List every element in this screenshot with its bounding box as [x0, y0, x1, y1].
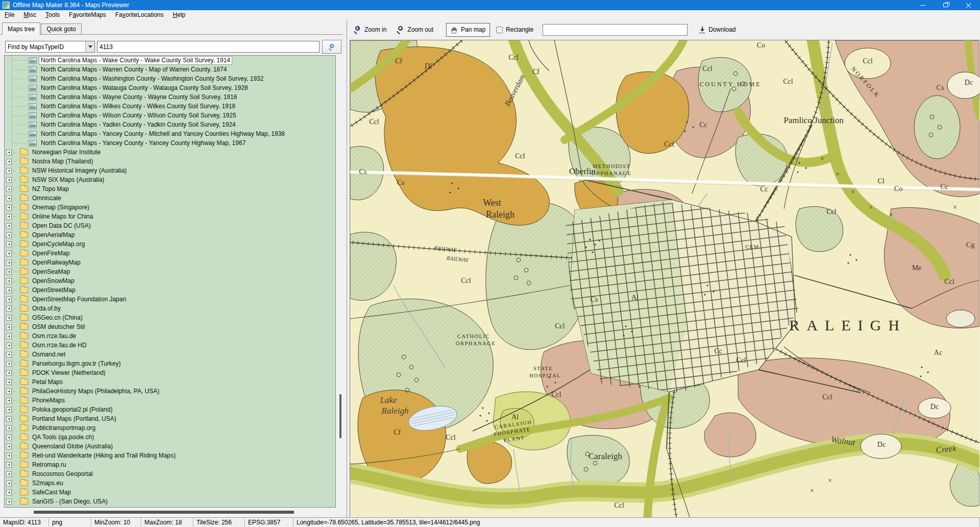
- restore-button[interactable]: [934, 0, 957, 10]
- tree-folder[interactable]: Petal Maps: [5, 377, 335, 387]
- tree-item-map[interactable]: North Carolina Maps - Washington County …: [5, 74, 335, 83]
- menu-misc[interactable]: Misc: [19, 11, 41, 19]
- tree-folder[interactable]: Nostra Map (Thailand): [5, 157, 335, 166]
- expand-plus-icon[interactable]: [6, 471, 12, 477]
- expand-plus-icon[interactable]: [6, 150, 12, 155]
- tree-folder[interactable]: Osm.rrze.fau.de: [5, 331, 335, 341]
- expand-plus-icon[interactable]: [6, 370, 12, 376]
- toolbar-input[interactable]: [543, 24, 688, 36]
- tree-folder[interactable]: PhilaGeoHistory Maps (Philadelphia, PA, …: [5, 387, 335, 396]
- combobox-dropdown-button[interactable]: [85, 41, 94, 52]
- vertical-scrollbar-thumb[interactable]: [339, 394, 341, 438]
- zoom-out-button[interactable]: - Zoom out: [393, 23, 437, 36]
- expand-plus-icon[interactable]: [6, 416, 12, 422]
- tree-item-map[interactable]: North Carolina Maps - Wayne County - Way…: [5, 92, 335, 102]
- expand-plus-icon[interactable]: [6, 260, 12, 266]
- close-button[interactable]: [957, 0, 980, 10]
- minimize-button[interactable]: [911, 0, 934, 10]
- expand-plus-icon[interactable]: [6, 499, 12, 505]
- tree-folder[interactable]: PDOK Viewer (Netherland): [5, 368, 335, 377]
- tree-folder[interactable]: OSGeo.cn (China): [5, 313, 335, 322]
- tree-folder[interactable]: NSW SIX Maps (Australia): [5, 175, 335, 184]
- tree-folder[interactable]: Roscosmos Geoportal: [5, 469, 335, 478]
- expand-plus-icon[interactable]: [6, 435, 12, 440]
- tree-folder[interactable]: OpenCycleMap.org: [5, 239, 335, 249]
- tree-item-map[interactable]: North Carolina Maps - Yadkin County - Ya…: [5, 120, 335, 129]
- tree-item-map[interactable]: North Carolina Maps - Warren County - Ma…: [5, 65, 335, 74]
- expand-plus-icon[interactable]: [6, 398, 12, 403]
- tree-folder[interactable]: Parselsorgu.tkgm.gov.tr (Turkey): [5, 359, 335, 368]
- tree-folder[interactable]: Onemap (Singapore): [5, 203, 335, 212]
- expand-plus-icon[interactable]: [6, 205, 12, 210]
- tree-folder[interactable]: Omniscale: [5, 194, 335, 203]
- tab-maps-tree[interactable]: Maps tree: [2, 22, 40, 35]
- expand-plus-icon[interactable]: [6, 223, 12, 229]
- tree-folder[interactable]: OpenFireMap: [5, 249, 335, 258]
- expand-plus-icon[interactable]: [6, 186, 12, 192]
- pan-map-button[interactable]: Pan map: [446, 23, 490, 37]
- tree-folder[interactable]: OpenSeaMap: [5, 267, 335, 276]
- search-button[interactable]: [322, 40, 341, 54]
- tree-folder[interactable]: Orda.of.by: [5, 304, 335, 313]
- expand-plus-icon[interactable]: [6, 444, 12, 449]
- expand-plus-icon[interactable]: [6, 481, 12, 486]
- tree-folder[interactable]: OpenAerialMap: [5, 230, 335, 239]
- maps-type-id-input[interactable]: [97, 41, 320, 53]
- tree-folder[interactable]: Online Maps for China: [5, 212, 335, 221]
- tree-folder[interactable]: OpenSnowMap: [5, 276, 335, 285]
- expand-plus-icon[interactable]: [6, 306, 12, 312]
- tree-item-map[interactable]: North Carolina Maps - Yancey County - Mi…: [5, 129, 335, 138]
- expand-plus-icon[interactable]: [6, 315, 12, 321]
- map-viewport[interactable]: ×××××××× DlCclCfCfCclCclCsCsCclCclCcCcCc…: [350, 40, 979, 517]
- expand-plus-icon[interactable]: [6, 343, 12, 348]
- tree-folder[interactable]: Osmand.net: [5, 350, 335, 359]
- expand-plus-icon[interactable]: [6, 407, 12, 413]
- tree-item-map[interactable]: North Carolina Maps - Watauga County - W…: [5, 83, 335, 92]
- tree-folder[interactable]: Norwegian Polar Institute: [5, 148, 335, 157]
- menu-tools[interactable]: Tools: [41, 11, 64, 19]
- expand-plus-icon[interactable]: [6, 242, 12, 247]
- tree-folder[interactable]: Queensland Globe (Australia): [5, 442, 335, 451]
- tree-folder[interactable]: OpenStreetMap Foundation Japan: [5, 295, 335, 304]
- expand-plus-icon[interactable]: [6, 361, 12, 367]
- expand-plus-icon[interactable]: [6, 232, 12, 238]
- menu-file[interactable]: File: [0, 11, 19, 19]
- tree-folder[interactable]: OSM deutscher Stil: [5, 322, 335, 331]
- tree-folder[interactable]: Polska.geoportal2.pl (Poland): [5, 405, 335, 414]
- menu-favoritemaps[interactable]: FavoriteMaps: [64, 11, 111, 19]
- zoom-in-button[interactable]: + Zoom in: [350, 23, 390, 36]
- expand-plus-icon[interactable]: [6, 168, 12, 174]
- expand-plus-icon[interactable]: [6, 269, 12, 275]
- tree-folder[interactable]: Open Data DC (USA): [5, 221, 335, 230]
- expand-plus-icon[interactable]: [6, 177, 12, 183]
- tree-vertical-scrollbar[interactable]: [337, 55, 344, 508]
- expand-plus-icon[interactable]: [6, 251, 12, 256]
- expand-plus-icon[interactable]: [6, 333, 12, 339]
- horizontal-scrollbar-thumb[interactable]: [34, 511, 294, 514]
- expand-plus-icon[interactable]: [6, 324, 12, 330]
- tree-folder[interactable]: OpenRailwayMap: [5, 258, 335, 267]
- expand-plus-icon[interactable]: [6, 379, 12, 385]
- download-button[interactable]: Download: [695, 23, 740, 36]
- expand-plus-icon[interactable]: [6, 159, 12, 164]
- expand-plus-icon[interactable]: [6, 196, 12, 201]
- tree-folder[interactable]: QA Tools (qa.poole.ch): [5, 433, 335, 442]
- tree-folder[interactable]: Osm.rrze.fau.de HD: [5, 341, 335, 350]
- expand-plus-icon[interactable]: [6, 214, 12, 220]
- tree-item-map[interactable]: North Carolina Maps - Wilson County - Wi…: [5, 111, 335, 120]
- tree-item-map[interactable]: North Carolina Maps - Wake County - Wake…: [5, 56, 335, 65]
- expand-plus-icon[interactable]: [6, 288, 12, 293]
- expand-plus-icon[interactable]: [6, 352, 12, 357]
- tree-folder[interactable]: NSW Historical Imagery (Australia): [5, 166, 335, 175]
- tree-folder[interactable]: NZ Topo Map: [5, 184, 335, 194]
- expand-plus-icon[interactable]: [6, 425, 12, 431]
- tree-folder[interactable]: SanGIS - (San Diego, USA): [5, 497, 335, 506]
- expand-plus-icon[interactable]: [6, 297, 12, 302]
- expand-plus-icon[interactable]: [6, 389, 12, 394]
- tree-folder[interactable]: S2maps.eu: [5, 478, 335, 488]
- menu-help[interactable]: Help: [168, 11, 190, 19]
- rectangle-button[interactable]: Rectangle: [492, 23, 537, 36]
- tree-folder[interactable]: OpenStreetMap: [5, 285, 335, 295]
- tree-folder[interactable]: Retromap.ru: [5, 460, 335, 469]
- tree-folder[interactable]: Publictransportmap.org: [5, 423, 335, 433]
